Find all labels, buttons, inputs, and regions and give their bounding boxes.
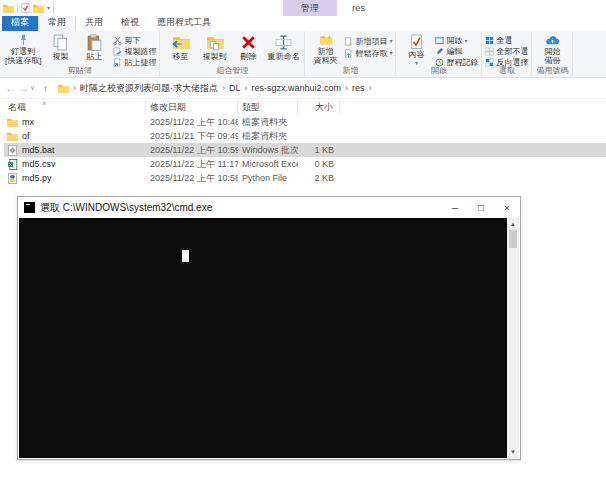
file-row-of[interactable]: of 2025/11/21 下午 09:49 檔案資料夾 xyxy=(4,129,606,143)
file-row-md5-py[interactable]: md5.py 2025/11/22 上午 10:58 Python File 2… xyxy=(4,171,606,185)
delete-x-icon xyxy=(239,34,258,51)
column-header-name[interactable]: ∧ 名稱 xyxy=(4,100,146,114)
copy-path-button[interactable]: 複製路徑 xyxy=(113,46,156,57)
cmd-titlebar[interactable]: 選取 C:\WINDOWS\system32\cmd.exe ─ □ × xyxy=(18,197,520,218)
ribbon: 釘選到 [快速存取] 複製 貼上 剪下 xyxy=(0,31,606,78)
breadcrumb-item[interactable]: DL xyxy=(229,83,241,93)
ribbon-group-new: 新增 資料夾 新增項目 ▾ 輕鬆存取 ▾ xyxy=(305,31,396,77)
console-cursor xyxy=(182,250,189,262)
open-icon xyxy=(435,36,444,45)
column-header-date[interactable]: 修改日期 xyxy=(146,100,238,114)
back-icon[interactable]: ← xyxy=(4,83,17,94)
properties-icon xyxy=(407,34,426,49)
maximize-icon[interactable]: □ xyxy=(468,197,494,218)
console-scrollbar[interactable]: ▲ ▼ xyxy=(507,218,519,458)
ribbon-group-clipboard: 釘選到 [快速存取] 複製 貼上 剪下 xyxy=(0,31,160,77)
group-label-select: 選取 xyxy=(482,66,531,77)
tab-share[interactable]: 共用 xyxy=(76,15,112,31)
explorer-window: ▾ 管理 res 檔案 常用 共用 檢視 應用程式工具 釘選到 [快速存取] xyxy=(0,0,606,185)
breadcrumb-item[interactable]: res-sgzx.wanhui2.com xyxy=(252,83,342,93)
dropdown-icon: ▾ xyxy=(389,38,392,44)
pin-to-quick-access-button[interactable]: 釘選到 [快速存取] xyxy=(3,33,43,66)
close-icon[interactable]: × xyxy=(494,197,520,218)
excel-file-icon xyxy=(7,159,18,170)
delete-button[interactable]: 刪除 xyxy=(231,33,265,66)
column-header-size[interactable]: 大小 xyxy=(298,100,340,114)
breadcrumb: › 时隔之校资源列表问题·求大佬指点 › DL › res-sgzx.wanhu… xyxy=(58,82,372,95)
address-bar: ← → ∨ ↑ › 时隔之校资源列表问题·求大佬指点 › DL › res-sg… xyxy=(0,78,606,99)
up-icon[interactable]: ↑ xyxy=(39,83,52,94)
copy-to-button[interactable]: 複製到 xyxy=(197,33,231,66)
move-to-button[interactable]: 移至 xyxy=(163,33,197,66)
crumb-separator-icon: › xyxy=(245,83,248,93)
window-title: res xyxy=(352,2,365,13)
file-row-mx[interactable]: mx 2025/11/22 上午 10:48 檔案資料夾 xyxy=(4,115,606,129)
select-none-icon xyxy=(485,47,494,56)
ribbon-group-backup: 開始 備份 備用號碼 xyxy=(532,31,573,77)
move-to-icon xyxy=(171,34,190,51)
open-button[interactable]: 開啟 ▾ xyxy=(435,35,478,46)
ribbon-tabs: 檔案 常用 共用 檢視 應用程式工具 xyxy=(0,16,606,31)
edit-pencil-icon xyxy=(435,47,444,56)
folder-icon[interactable] xyxy=(3,4,14,13)
select-none-button[interactable]: 全部不選 xyxy=(485,46,528,57)
history-dropdown-icon[interactable]: ∨ xyxy=(30,84,39,92)
cmd-window-controls: ─ □ × xyxy=(442,197,520,218)
properties-button[interactable]: 內容 ▾ xyxy=(399,33,433,66)
file-row-md5-bat[interactable]: md5.bat 2025/11/22 上午 10:59 Windows 批次檔案… xyxy=(4,143,606,157)
divider xyxy=(17,3,18,13)
folder-icon xyxy=(7,117,18,128)
tab-view[interactable]: 檢視 xyxy=(112,15,148,31)
scroll-up-icon[interactable]: ▲ xyxy=(507,218,519,230)
breadcrumb-item[interactable]: 时隔之校资源列表问题·求大佬指点 xyxy=(80,82,218,95)
ribbon-group-organize: 移至 複製到 刪除 重新命名 組合管理 xyxy=(160,31,305,77)
minimize-icon[interactable]: ─ xyxy=(442,197,468,218)
scroll-down-icon[interactable]: ▼ xyxy=(507,446,519,458)
rename-icon xyxy=(274,34,293,51)
rename-button[interactable]: 重新命名 xyxy=(265,33,301,66)
new-folder-icon xyxy=(316,34,335,46)
folder-icon xyxy=(7,131,18,142)
batch-file-icon xyxy=(7,145,18,156)
folder-icon[interactable] xyxy=(33,4,44,13)
forward-icon[interactable]: → xyxy=(17,83,30,94)
column-header-type[interactable]: 類型 xyxy=(238,100,298,114)
console-area[interactable]: ▲ ▼ xyxy=(19,218,519,458)
scrollbar-thumb[interactable] xyxy=(509,230,517,248)
select-all-button[interactable]: 全選 xyxy=(485,35,528,46)
ribbon-group-open: 內容 ▾ 開啟 ▾ 編輯 xyxy=(396,31,482,77)
folder-icon xyxy=(58,84,69,93)
crumb-separator-icon: › xyxy=(369,83,372,93)
new-folder-button[interactable]: 新增 資料夾 xyxy=(308,33,342,66)
qat-dropdown-icon[interactable]: ▾ xyxy=(47,5,50,11)
breadcrumb-item[interactable]: res xyxy=(352,83,365,93)
column-headers: ∧ 名稱 修改日期 類型 大小 xyxy=(4,99,606,115)
easy-access-button[interactable]: 輕鬆存取 ▾ xyxy=(344,47,392,59)
cut-button[interactable]: 剪下 xyxy=(113,35,156,46)
dropdown-icon: ▾ xyxy=(464,38,467,44)
paste-button[interactable]: 貼上 xyxy=(77,33,111,66)
contextual-tab-group-label: 管理 xyxy=(283,0,337,16)
explorer-titlebar: ▾ 管理 res xyxy=(0,0,606,16)
python-file-icon xyxy=(7,173,18,184)
crumb-separator-icon: › xyxy=(73,83,76,93)
start-backup-button[interactable]: 開始 備份 xyxy=(535,33,569,66)
select-all-icon xyxy=(485,36,494,45)
copy-button[interactable]: 複製 xyxy=(43,33,77,66)
cmd-window: 選取 C:\WINDOWS\system32\cmd.exe ─ □ × ▲ ▼ xyxy=(17,196,521,460)
crumb-separator-icon: › xyxy=(222,83,225,93)
edit-button[interactable]: 編輯 xyxy=(435,46,478,57)
cmd-window-title: 選取 C:\WINDOWS\system32\cmd.exe xyxy=(40,201,442,215)
cloud-backup-icon xyxy=(543,34,562,46)
group-label-organize: 組合管理 xyxy=(160,66,304,77)
easy-access-icon xyxy=(344,49,353,58)
tab-file[interactable]: 檔案 xyxy=(2,15,38,31)
tab-app-tools[interactable]: 應用程式工具 xyxy=(148,15,220,31)
tab-home[interactable]: 常用 xyxy=(38,14,76,31)
file-row-md5-csv[interactable]: md5.csv 2025/11/22 上午 11:17 Microsoft Ex… xyxy=(4,157,606,171)
properties-check-icon[interactable] xyxy=(21,3,30,13)
copy-path-icon xyxy=(113,47,122,56)
new-item-button[interactable]: 新增項目 ▾ xyxy=(344,35,392,47)
ribbon-group-select: 全選 全部不選 反向選擇 選取 xyxy=(482,31,532,77)
copy-to-icon xyxy=(205,34,224,51)
